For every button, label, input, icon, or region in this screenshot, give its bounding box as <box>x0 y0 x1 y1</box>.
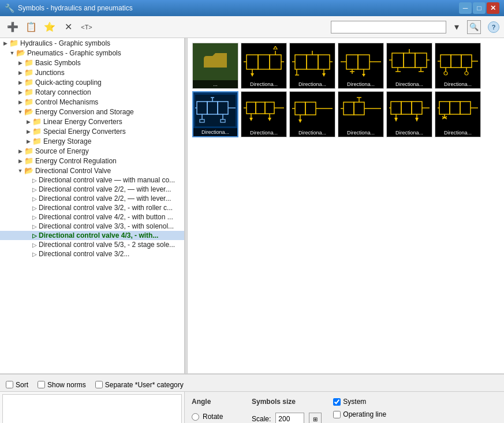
symbol-img-8 <box>241 92 286 129</box>
tree-label-dcv2: Directional control valve 2/2, — with le… <box>39 185 171 193</box>
tree-item-source[interactable]: ▶ 📁 Source of Energy <box>0 146 184 156</box>
system-check-label[interactable]: System <box>333 398 425 406</box>
folder-icon-energy-ctrl: 📁 <box>24 156 33 165</box>
opline-check-label[interactable]: Operating line <box>333 410 425 418</box>
expand-icon-hydraulics[interactable]: ▶ <box>1 39 9 47</box>
separate-user-checkbox[interactable] <box>95 381 103 388</box>
symbol-label-10: Directiona... <box>338 129 383 137</box>
tree-item-quick[interactable]: ▶ 📁 Quick-acting coupling <box>0 77 184 87</box>
tree-item-hydraulics[interactable]: ▶ 📁 Hydraulics - Graphic symbols <box>0 38 184 48</box>
symbol-cell-4[interactable]: Directiona... <box>338 43 384 89</box>
expand-icon-dir-valve[interactable]: ▼ <box>16 167 24 175</box>
expand-icon-energy-ctrl[interactable]: ▶ <box>16 157 24 165</box>
tree-item-dcv1[interactable]: ▶ ▷ Directional control valve — with man… <box>0 175 184 185</box>
expand-icon-special[interactable]: ▶ <box>24 128 32 136</box>
tree-item-energy-conv[interactable]: ▼ 📂 Energy Conversion and Storage <box>0 107 184 117</box>
expand-icon-rotary[interactable]: ▶ <box>16 88 24 96</box>
tree-label-dcv7: Directional control valve 4/3, - with... <box>39 231 158 239</box>
tree-label-dcv6: Directional control valve 3/3, - with so… <box>39 222 174 230</box>
tree-panel: ▶ 📁 Hydraulics - Graphic symbols ▼ 📂 Pne… <box>0 38 185 373</box>
expand-icon-basic[interactable]: ▶ <box>16 59 24 67</box>
file-icon-dcv6: ▷ <box>32 223 37 230</box>
system-checkbox[interactable] <box>333 398 341 406</box>
search-input[interactable] <box>331 21 446 33</box>
tree-item-dir-valve[interactable]: ▼ 📂 Directional Control Valve <box>0 166 184 175</box>
sort-checkbox-label[interactable]: Sort <box>6 381 28 389</box>
preview-canvas <box>2 394 182 423</box>
symbol-cell-12[interactable]: Directiona... <box>435 91 481 137</box>
expand-icon-pneumatics[interactable]: ▼ <box>8 49 16 57</box>
tree-item-dcv9[interactable]: ▶ ▷ Directional control valve 3/2... <box>0 249 184 259</box>
dropdown-arrow[interactable]: ▾ <box>449 19 465 35</box>
tree-item-junctions[interactable]: ▶ 📁 Junctions <box>0 68 184 77</box>
tree-item-energy-ctrl[interactable]: ▶ 📁 Energy Control Regulation <box>0 156 184 166</box>
tree-item-dcv7[interactable]: ▶ ▷ Directional control valve 4/3, - wit… <box>0 231 184 240</box>
app-icon: 🔧 <box>5 3 14 13</box>
rotate-option[interactable]: Rotate <box>192 413 240 421</box>
expand-icon-storage[interactable]: ▶ <box>24 137 32 145</box>
symbol-cell-6[interactable]: Directiona... <box>435 43 481 89</box>
symbol-cell-3[interactable]: Directiona... <box>289 43 335 89</box>
preview-svg <box>9 410 176 424</box>
expand-icon-control[interactable]: ▶ <box>16 98 24 106</box>
tree-item-special[interactable]: ▶ 📁 Special Energy Converters <box>0 126 184 136</box>
symbol-cell-1[interactable]: ... <box>192 43 238 89</box>
show-norms-checkbox[interactable] <box>38 381 45 388</box>
rotate-radio[interactable] <box>192 413 199 421</box>
separate-user-label: Separate *User* category <box>105 381 184 389</box>
expand-icon-energy-conv[interactable]: ▼ <box>16 108 24 116</box>
tree-item-dcv8[interactable]: ▶ ▷ Directional control valve 5/3, - 2 s… <box>0 240 184 249</box>
sort-checkbox[interactable] <box>6 381 13 388</box>
tree-item-dcv2[interactable]: ▶ ▷ Directional control valve 2/2, — wit… <box>0 185 184 194</box>
help-button[interactable]: ? <box>488 21 499 33</box>
search-button[interactable]: 🔍 <box>467 20 481 34</box>
expand-icon-quick[interactable]: ▶ <box>16 78 24 87</box>
symbol-cell-10[interactable]: Directiona... <box>338 91 384 137</box>
symbol-cell-7[interactable]: Directiona... <box>192 91 238 137</box>
options-panel: Directional control valve 4/3, - with bu… <box>0 391 504 423</box>
tree-label-hydraulics: Hydraulics - Graphic symbols <box>20 39 110 47</box>
delete-button[interactable]: ✕ <box>60 19 76 35</box>
tree-item-basic[interactable]: ▶ 📁 Basic Symbols <box>0 58 184 68</box>
folder-icon-basic: 📁 <box>24 58 33 67</box>
expand-icon-linear[interactable]: ▶ <box>24 118 32 126</box>
folder-icon-linear: 📁 <box>32 117 42 126</box>
symbols-size-group: Symbols size Scale: ⊞ <box>252 398 322 423</box>
symbol-cell-11[interactable]: Directiona... <box>386 91 432 137</box>
library-button[interactable]: 📋 <box>23 19 39 35</box>
tree-item-rotary[interactable]: ▶ 📁 Rotary connection <box>0 87 184 97</box>
symbol-label-11: Directiona... <box>387 129 432 137</box>
symbol-cell-5[interactable]: Directiona... <box>386 43 432 89</box>
maximize-button[interactable]: □ <box>473 2 486 14</box>
tree-item-control[interactable]: ▶ 📁 Control Mechanisms <box>0 97 184 107</box>
star-button[interactable]: ⭐ <box>42 19 58 35</box>
show-norms-checkbox-label[interactable]: Show norms <box>38 381 86 389</box>
folder-icon-dir-valve: 📂 <box>24 166 33 175</box>
symbol-cell-9[interactable]: Directiona... <box>289 91 335 137</box>
add-button[interactable]: ➕ <box>5 19 21 35</box>
close-button[interactable]: ✕ <box>487 2 499 14</box>
tag-button[interactable]: <T> <box>79 19 95 35</box>
tree-label-control: Control Mechanisms <box>35 98 98 106</box>
tree-label-energy-conv: Energy Conversion and Storage <box>35 108 134 116</box>
expand-icon-source[interactable]: ▶ <box>16 147 24 155</box>
tree-item-pneumatics[interactable]: ▼ 📂 Pneumatics - Graphic symbols <box>0 48 184 58</box>
expand-icon-junctions[interactable]: ▶ <box>16 69 24 77</box>
tree-item-dcv4[interactable]: ▶ ▷ Directional control valve 3/2, - wit… <box>0 203 184 212</box>
tree-label-special: Special Energy Converters <box>43 128 126 136</box>
separate-user-checkbox-label[interactable]: Separate *User* category <box>95 381 184 389</box>
tree-item-dcv5[interactable]: ▶ ▷ Directional control valve 4/2, - wit… <box>0 212 184 222</box>
minimize-button[interactable]: ─ <box>459 2 472 14</box>
symbol-label-8: Directiona... <box>241 129 286 137</box>
opline-checkbox[interactable] <box>333 411 341 418</box>
tree-item-storage[interactable]: ▶ 📁 Energy Storage <box>0 136 184 146</box>
symbol-cell-8[interactable]: Directiona... <box>241 91 287 137</box>
scale-input[interactable] <box>275 413 304 423</box>
symbol-cell-2[interactable]: Directiona... <box>241 43 287 89</box>
symbol-label-7: Directiona... <box>193 128 237 136</box>
tree-label-storage: Energy Storage <box>43 137 91 145</box>
tree-item-linear[interactable]: ▶ 📁 Linear Energy Converters <box>0 117 184 126</box>
tree-item-dcv3[interactable]: ▶ ▷ Directional control valve 2/2, — wit… <box>0 194 184 203</box>
scale-reset-button[interactable]: ⊞ <box>309 413 322 423</box>
tree-item-dcv6[interactable]: ▶ ▷ Directional control valve 3/3, - wit… <box>0 222 184 231</box>
